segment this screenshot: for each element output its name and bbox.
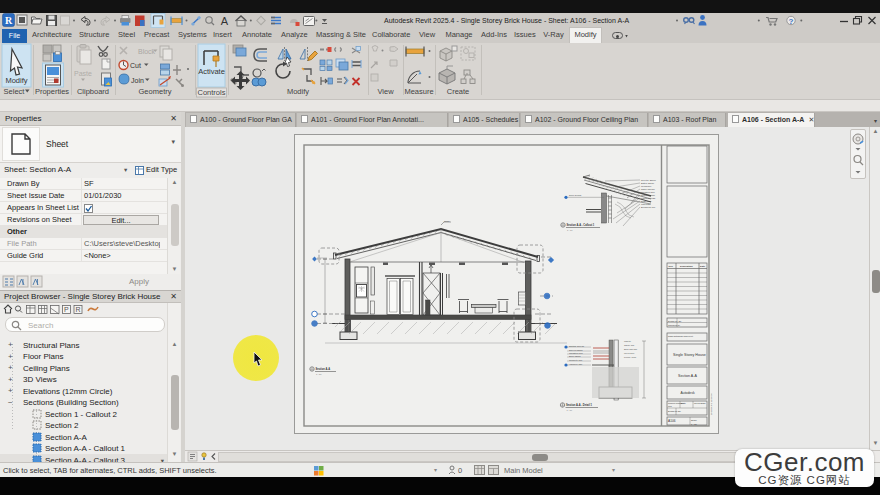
svg-text:R: R bbox=[76, 306, 81, 313]
svg-text:Section A-A: Section A-A bbox=[678, 374, 697, 378]
svg-text:DPM 1200g: DPM 1200g bbox=[569, 355, 581, 357]
svg-text:A106: A106 bbox=[668, 419, 676, 423]
svg-text:Fascia 200x25: Fascia 200x25 bbox=[641, 197, 656, 199]
svg-text:Membrane: Membrane bbox=[641, 185, 652, 187]
svg-text:1 : 50: 1 : 50 bbox=[316, 373, 322, 375]
svg-text:Ridge: Ridge bbox=[444, 220, 450, 222]
svg-text:Wall tie: Wall tie bbox=[624, 340, 632, 342]
svg-text:Rev.: Rev. bbox=[669, 265, 674, 267]
svg-text:R: R bbox=[5, 15, 13, 26]
svg-text:Rafter 150x50: Rafter 150x50 bbox=[641, 188, 656, 190]
svg-text:Cut: Cut bbox=[130, 62, 141, 69]
svg-text:Section A-A - Detail 1: Section A-A - Detail 1 bbox=[566, 403, 593, 407]
svg-text:Screed 65mm: Screed 65mm bbox=[569, 349, 583, 351]
svg-text:Roof tile 25mm: Roof tile 25mm bbox=[641, 179, 656, 181]
svg-text:Insulation 100: Insulation 100 bbox=[569, 352, 583, 354]
svg-text:01/01/2030: 01/01/2030 bbox=[694, 402, 706, 404]
svg-text:Blockwork 100: Blockwork 100 bbox=[641, 206, 656, 208]
svg-text:Section A-A - Callout 1: Section A-A - Callout 1 bbox=[567, 223, 595, 227]
svg-text:Clipboard: Clipboard bbox=[77, 87, 109, 96]
svg-text:Paste: Paste bbox=[74, 70, 92, 77]
svg-text:Drawn by: Drawn by bbox=[668, 410, 679, 412]
svg-text:Checked by: Checked by bbox=[668, 324, 681, 326]
svg-text:Weep hole: Weep hole bbox=[624, 352, 635, 354]
svg-text:Found. conc: Found. conc bbox=[624, 356, 637, 358]
svg-text:Activate: Activate bbox=[198, 67, 225, 76]
svg-text:Join: Join bbox=[131, 77, 144, 84]
svg-text:Gutter 112mm: Gutter 112mm bbox=[641, 194, 655, 196]
svg-text:Scale: Scale bbox=[691, 419, 697, 421]
svg-text:Select: Select bbox=[4, 87, 26, 96]
svg-text:001: 001 bbox=[668, 405, 673, 407]
svg-text:P: P bbox=[64, 306, 69, 313]
svg-text:Description: Description bbox=[680, 265, 693, 267]
svg-text:Batten 25x50: Batten 25x50 bbox=[641, 182, 655, 184]
svg-text:2700 Ceiling: 2700 Ceiling bbox=[569, 194, 582, 196]
svg-text:View: View bbox=[377, 87, 394, 96]
svg-text:Skirting 100x18: Skirting 100x18 bbox=[569, 345, 585, 347]
svg-text:Autodesk: Autodesk bbox=[681, 391, 695, 395]
svg-text:Create: Create bbox=[447, 87, 470, 96]
svg-text:Modify: Modify bbox=[5, 76, 27, 85]
svg-text:Concrete 100: Concrete 100 bbox=[569, 359, 583, 361]
svg-text:Controls: Controls bbox=[198, 88, 226, 97]
svg-text:1 : 10: 1 : 10 bbox=[567, 409, 573, 411]
svg-text:Soffit 9mm: Soffit 9mm bbox=[641, 200, 652, 202]
svg-text:SF: SF bbox=[678, 410, 682, 412]
svg-text:1 : 50: 1 : 50 bbox=[691, 423, 697, 425]
svg-text:Wall plate: Wall plate bbox=[641, 203, 651, 205]
svg-text:SF: SF bbox=[679, 320, 683, 322]
svg-text:Hardcore 150: Hardcore 150 bbox=[569, 363, 583, 365]
svg-text:?: ? bbox=[789, 17, 794, 26]
svg-text:Geometry: Geometry bbox=[139, 87, 172, 96]
svg-text:Modify: Modify bbox=[287, 87, 309, 96]
svg-text:Block: Block bbox=[138, 48, 156, 55]
svg-text:Single Storey House: Single Storey House bbox=[673, 353, 706, 357]
svg-text:Measure: Measure bbox=[404, 87, 433, 96]
svg-text:Drawn by: Drawn by bbox=[668, 320, 679, 322]
svg-text:2030/01/01 12:00:00: 2030/01/01 12:00:00 bbox=[710, 392, 713, 415]
svg-text:Section A-A: Section A-A bbox=[316, 367, 331, 371]
svg-text:1 : 10: 1 : 10 bbox=[567, 229, 573, 231]
svg-text:Date: Date bbox=[681, 402, 687, 404]
svg-text:A: A bbox=[221, 15, 229, 27]
svg-text:Cavity 100: Cavity 100 bbox=[624, 344, 635, 346]
svg-text:Date: Date bbox=[700, 265, 706, 267]
svg-text:DPC 150 min: DPC 150 min bbox=[624, 348, 638, 350]
svg-text:Properties: Properties bbox=[35, 87, 69, 96]
svg-text:Insulation 200: Insulation 200 bbox=[641, 191, 655, 193]
svg-text:www.autodesk.com/revit: www.autodesk.com/revit bbox=[668, 335, 693, 337]
